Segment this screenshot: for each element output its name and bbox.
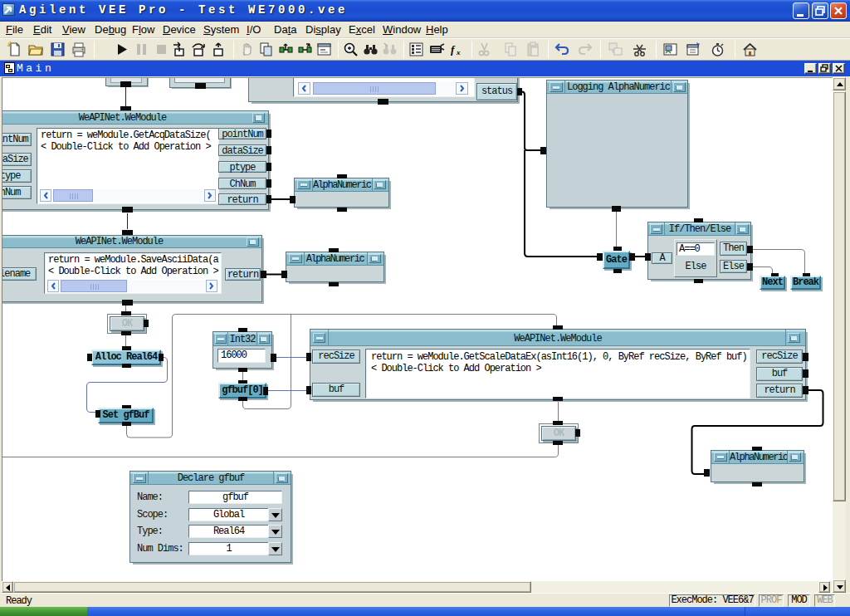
- svg-text:f: f: [451, 43, 456, 56]
- svg-text:x: x: [456, 48, 461, 56]
